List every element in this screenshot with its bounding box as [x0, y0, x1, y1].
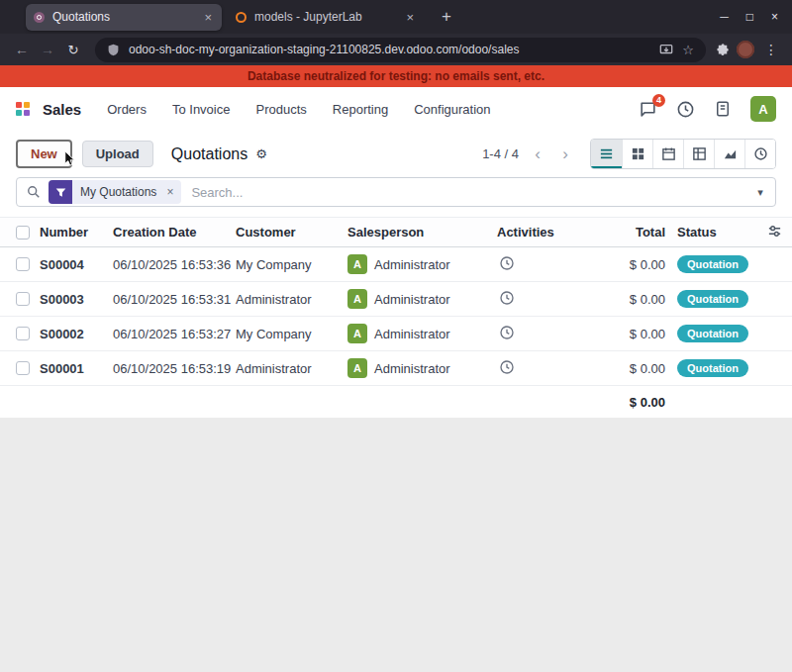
tab-close-icon[interactable]: × [202, 10, 214, 25]
optional-columns-icon[interactable] [752, 224, 792, 241]
address-bar[interactable]: odoo-sh-doc-my-organization-staging-2110… [95, 38, 706, 62]
quotation-row[interactable]: S00002 06/10/2025 16:53:27 My Company A … [0, 317, 792, 351]
menu-orders[interactable]: Orders [107, 102, 147, 117]
view-switcher [590, 139, 776, 169]
new-button[interactable]: New [16, 140, 72, 168]
browser-profile-avatar[interactable] [737, 41, 754, 58]
new-tab-button[interactable]: + [436, 7, 457, 27]
search-box[interactable]: My Quotations × ▾ [16, 177, 776, 207]
window-close-button[interactable]: × [771, 10, 778, 24]
row-checkbox[interactable] [16, 292, 30, 306]
upload-button[interactable]: Upload [82, 141, 153, 167]
quotation-row[interactable]: S00004 06/10/2025 16:53:36 My Company A … [0, 247, 792, 282]
select-all-checkbox[interactable] [16, 226, 30, 240]
quotation-number: S00003 [40, 292, 113, 307]
menu-reporting[interactable]: Reporting [333, 102, 388, 117]
tab-title: Quotations [52, 10, 194, 24]
col-header-activities[interactable]: Activities [497, 225, 556, 240]
control-panel: New Upload Quotations ⚙ 1-4 / 4 ‹ › [0, 131, 792, 175]
quotation-row[interactable]: S00003 06/10/2025 16:53:31 Administrator… [0, 282, 792, 317]
row-checkbox[interactable] [16, 257, 30, 271]
neutralized-banner: Database neutralized for testing: no ema… [0, 65, 792, 87]
row-check-cell [0, 361, 40, 375]
customer: Administrator [236, 361, 347, 376]
menu-to-invoice[interactable]: To Invoice [172, 102, 231, 117]
salesperson-name: Administrator [374, 257, 450, 272]
new-button-label: New [31, 146, 57, 161]
customer: Administrator [236, 292, 347, 307]
salesperson-cell: A Administrator [347, 289, 497, 309]
salesperson-name: Administrator [374, 361, 450, 376]
row-check-cell [0, 292, 40, 306]
col-header-salesperson[interactable]: Salesperson [347, 225, 497, 240]
col-header-customer[interactable]: Customer [236, 225, 347, 240]
graph-view-button[interactable] [714, 140, 744, 168]
list-view-button[interactable] [591, 140, 622, 168]
activity-clock-icon[interactable] [499, 255, 515, 274]
quotation-row[interactable]: S00001 06/10/2025 16:53:19 Administrator… [0, 351, 792, 386]
browser-titlebar: Quotations × models - JupyterLab × + ─ □… [0, 0, 792, 34]
col-header-total[interactable]: Total [556, 225, 665, 240]
creation-date: 06/10/2025 16:53:36 [113, 257, 236, 272]
row-checkbox[interactable] [16, 361, 30, 375]
list-body: S00004 06/10/2025 16:53:36 My Company A … [0, 247, 792, 386]
activity-clock-icon[interactable] [499, 359, 515, 378]
window-maximize-button[interactable]: □ [746, 10, 753, 24]
creation-date: 06/10/2025 16:53:27 [113, 327, 236, 341]
browser-tab-quotations[interactable]: Quotations × [26, 4, 222, 31]
facet-remove-icon[interactable]: × [164, 180, 181, 204]
forward-button[interactable]: → [36, 42, 59, 57]
list-footer-row: $ 0.00 [0, 386, 792, 418]
pager-previous-button[interactable]: ‹ [527, 144, 548, 165]
kanban-view-button[interactable] [622, 140, 652, 168]
total-amount: $ 0.00 [556, 361, 665, 376]
filter-facet-my-quotations[interactable]: My Quotations × [49, 180, 181, 204]
activities-clock-icon[interactable] [676, 100, 695, 119]
extensions-puzzle-icon[interactable] [716, 43, 731, 57]
pager-next-button[interactable]: › [554, 144, 576, 165]
mouse-cursor [63, 150, 76, 170]
quotations-list: Number Creation Date Customer Salesperso… [0, 217, 792, 418]
row-checkbox[interactable] [16, 327, 30, 340]
col-header-status[interactable]: Status [665, 225, 752, 240]
journal-icon[interactable] [714, 100, 732, 118]
calendar-view-button[interactable] [652, 140, 683, 168]
activity-view-button[interactable] [744, 140, 775, 168]
systray: 4 A [639, 96, 776, 122]
user-avatar[interactable]: A [750, 96, 776, 122]
activity-clock-icon[interactable] [499, 325, 515, 343]
pager: 1-4 / 4 [482, 146, 519, 161]
salesperson-avatar: A [347, 254, 367, 274]
search-input[interactable] [181, 185, 745, 200]
odoo-webclient: Sales Orders To Invoice Products Reporti… [0, 87, 792, 418]
reload-button[interactable]: ↻ [61, 43, 85, 57]
window-minimize-button[interactable]: ─ [720, 10, 729, 24]
apps-menu-icon[interactable] [16, 102, 30, 116]
pivot-view-button[interactable] [683, 140, 714, 168]
back-button[interactable]: ← [10, 42, 34, 57]
activity-cell [497, 255, 556, 274]
activity-cell [497, 325, 556, 343]
messages-icon[interactable]: 4 [639, 100, 657, 119]
activity-clock-icon[interactable] [499, 290, 515, 309]
view-settings-gear-icon[interactable]: ⚙ [255, 146, 267, 161]
send-to-device-icon[interactable] [659, 43, 673, 56]
app-name[interactable]: Sales [43, 101, 81, 118]
col-header-number[interactable]: Number [40, 225, 113, 240]
col-header-creation-date[interactable]: Creation Date [113, 225, 236, 240]
status-cell: Quotation [665, 325, 752, 342]
bookmark-star-icon[interactable]: ☆ [682, 43, 694, 57]
browser-menu-kebab-icon[interactable]: ⋮ [760, 42, 782, 57]
tracking-protection-shield-icon[interactable] [107, 44, 120, 56]
search-dropdown-caret-icon[interactable]: ▾ [745, 178, 775, 206]
facet-label: My Quotations [72, 180, 164, 204]
tab-close-icon[interactable]: × [404, 10, 416, 25]
menu-products[interactable]: Products [255, 102, 306, 117]
status-badge: Quotation [677, 255, 748, 273]
search-icon [27, 185, 41, 199]
menu-configuration[interactable]: Configuration [414, 102, 490, 117]
status-badge: Quotation [677, 359, 748, 377]
quotation-number: S00004 [40, 257, 113, 272]
browser-tab-jupyterlab[interactable]: models - JupyterLab × [228, 4, 424, 31]
activity-cell [497, 359, 556, 378]
